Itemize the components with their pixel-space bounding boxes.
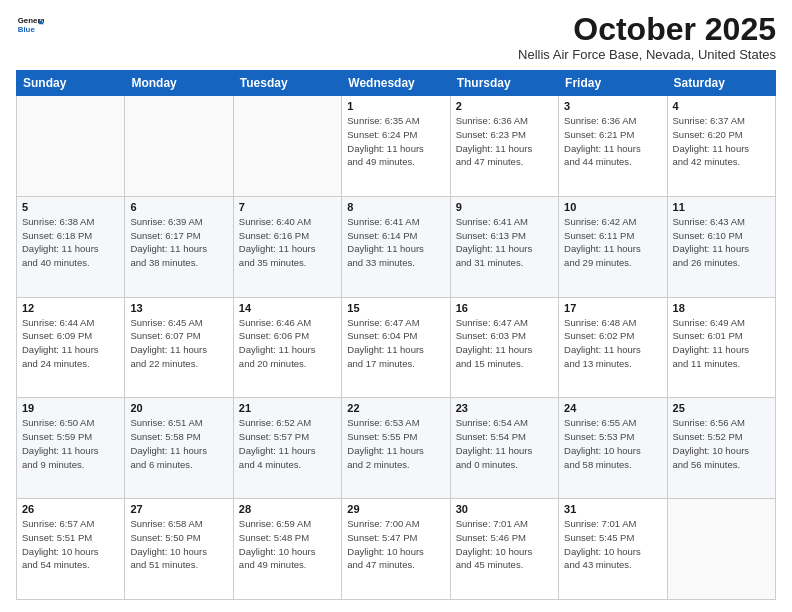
day-number: 3 bbox=[564, 100, 661, 112]
table-row: 25Sunrise: 6:56 AM Sunset: 5:52 PM Dayli… bbox=[667, 398, 775, 499]
day-number: 14 bbox=[239, 302, 336, 314]
day-info: Sunrise: 6:46 AM Sunset: 6:06 PM Dayligh… bbox=[239, 316, 336, 371]
day-number: 2 bbox=[456, 100, 553, 112]
calendar-header-row: Sunday Monday Tuesday Wednesday Thursday… bbox=[17, 71, 776, 96]
day-number: 24 bbox=[564, 402, 661, 414]
day-number: 16 bbox=[456, 302, 553, 314]
day-number: 26 bbox=[22, 503, 119, 515]
table-row: 20Sunrise: 6:51 AM Sunset: 5:58 PM Dayli… bbox=[125, 398, 233, 499]
table-row: 18Sunrise: 6:49 AM Sunset: 6:01 PM Dayli… bbox=[667, 297, 775, 398]
day-info: Sunrise: 6:38 AM Sunset: 6:18 PM Dayligh… bbox=[22, 215, 119, 270]
day-info: Sunrise: 7:01 AM Sunset: 5:45 PM Dayligh… bbox=[564, 517, 661, 572]
week-row-4: 26Sunrise: 6:57 AM Sunset: 5:51 PM Dayli… bbox=[17, 499, 776, 600]
table-row bbox=[17, 96, 125, 197]
table-row bbox=[233, 96, 341, 197]
week-row-3: 19Sunrise: 6:50 AM Sunset: 5:59 PM Dayli… bbox=[17, 398, 776, 499]
header-saturday: Saturday bbox=[667, 71, 775, 96]
day-number: 9 bbox=[456, 201, 553, 213]
table-row: 24Sunrise: 6:55 AM Sunset: 5:53 PM Dayli… bbox=[559, 398, 667, 499]
table-row: 9Sunrise: 6:41 AM Sunset: 6:13 PM Daylig… bbox=[450, 196, 558, 297]
day-number: 21 bbox=[239, 402, 336, 414]
day-info: Sunrise: 6:42 AM Sunset: 6:11 PM Dayligh… bbox=[564, 215, 661, 270]
header: General Blue October 2025 Nellis Air For… bbox=[16, 12, 776, 62]
table-row: 27Sunrise: 6:58 AM Sunset: 5:50 PM Dayli… bbox=[125, 499, 233, 600]
day-info: Sunrise: 6:37 AM Sunset: 6:20 PM Dayligh… bbox=[673, 114, 770, 169]
table-row: 31Sunrise: 7:01 AM Sunset: 5:45 PM Dayli… bbox=[559, 499, 667, 600]
day-info: Sunrise: 6:51 AM Sunset: 5:58 PM Dayligh… bbox=[130, 416, 227, 471]
day-info: Sunrise: 6:47 AM Sunset: 6:03 PM Dayligh… bbox=[456, 316, 553, 371]
day-number: 31 bbox=[564, 503, 661, 515]
table-row: 13Sunrise: 6:45 AM Sunset: 6:07 PM Dayli… bbox=[125, 297, 233, 398]
day-number: 4 bbox=[673, 100, 770, 112]
day-number: 10 bbox=[564, 201, 661, 213]
header-tuesday: Tuesday bbox=[233, 71, 341, 96]
table-row: 26Sunrise: 6:57 AM Sunset: 5:51 PM Dayli… bbox=[17, 499, 125, 600]
header-monday: Monday bbox=[125, 71, 233, 96]
day-number: 8 bbox=[347, 201, 444, 213]
table-row bbox=[125, 96, 233, 197]
table-row: 2Sunrise: 6:36 AM Sunset: 6:23 PM Daylig… bbox=[450, 96, 558, 197]
day-info: Sunrise: 6:50 AM Sunset: 5:59 PM Dayligh… bbox=[22, 416, 119, 471]
day-info: Sunrise: 6:36 AM Sunset: 6:23 PM Dayligh… bbox=[456, 114, 553, 169]
header-thursday: Thursday bbox=[450, 71, 558, 96]
subtitle: Nellis Air Force Base, Nevada, United St… bbox=[518, 47, 776, 62]
day-info: Sunrise: 6:35 AM Sunset: 6:24 PM Dayligh… bbox=[347, 114, 444, 169]
week-row-2: 12Sunrise: 6:44 AM Sunset: 6:09 PM Dayli… bbox=[17, 297, 776, 398]
table-row: 1Sunrise: 6:35 AM Sunset: 6:24 PM Daylig… bbox=[342, 96, 450, 197]
header-friday: Friday bbox=[559, 71, 667, 96]
day-number: 18 bbox=[673, 302, 770, 314]
day-number: 22 bbox=[347, 402, 444, 414]
day-number: 29 bbox=[347, 503, 444, 515]
table-row: 23Sunrise: 6:54 AM Sunset: 5:54 PM Dayli… bbox=[450, 398, 558, 499]
day-info: Sunrise: 6:41 AM Sunset: 6:13 PM Dayligh… bbox=[456, 215, 553, 270]
day-number: 20 bbox=[130, 402, 227, 414]
table-row: 8Sunrise: 6:41 AM Sunset: 6:14 PM Daylig… bbox=[342, 196, 450, 297]
table-row: 17Sunrise: 6:48 AM Sunset: 6:02 PM Dayli… bbox=[559, 297, 667, 398]
table-row: 7Sunrise: 6:40 AM Sunset: 6:16 PM Daylig… bbox=[233, 196, 341, 297]
day-info: Sunrise: 6:57 AM Sunset: 5:51 PM Dayligh… bbox=[22, 517, 119, 572]
day-info: Sunrise: 6:56 AM Sunset: 5:52 PM Dayligh… bbox=[673, 416, 770, 471]
day-info: Sunrise: 7:00 AM Sunset: 5:47 PM Dayligh… bbox=[347, 517, 444, 572]
table-row: 3Sunrise: 6:36 AM Sunset: 6:21 PM Daylig… bbox=[559, 96, 667, 197]
day-info: Sunrise: 6:58 AM Sunset: 5:50 PM Dayligh… bbox=[130, 517, 227, 572]
table-row: 4Sunrise: 6:37 AM Sunset: 6:20 PM Daylig… bbox=[667, 96, 775, 197]
day-number: 13 bbox=[130, 302, 227, 314]
day-number: 11 bbox=[673, 201, 770, 213]
table-row: 14Sunrise: 6:46 AM Sunset: 6:06 PM Dayli… bbox=[233, 297, 341, 398]
day-number: 25 bbox=[673, 402, 770, 414]
day-info: Sunrise: 6:53 AM Sunset: 5:55 PM Dayligh… bbox=[347, 416, 444, 471]
day-number: 28 bbox=[239, 503, 336, 515]
table-row: 29Sunrise: 7:00 AM Sunset: 5:47 PM Dayli… bbox=[342, 499, 450, 600]
day-info: Sunrise: 6:40 AM Sunset: 6:16 PM Dayligh… bbox=[239, 215, 336, 270]
table-row: 5Sunrise: 6:38 AM Sunset: 6:18 PM Daylig… bbox=[17, 196, 125, 297]
day-number: 17 bbox=[564, 302, 661, 314]
logo-icon: General Blue bbox=[16, 12, 44, 40]
day-info: Sunrise: 6:43 AM Sunset: 6:10 PM Dayligh… bbox=[673, 215, 770, 270]
table-row bbox=[667, 499, 775, 600]
table-row: 19Sunrise: 6:50 AM Sunset: 5:59 PM Dayli… bbox=[17, 398, 125, 499]
day-number: 19 bbox=[22, 402, 119, 414]
day-info: Sunrise: 6:48 AM Sunset: 6:02 PM Dayligh… bbox=[564, 316, 661, 371]
calendar: Sunday Monday Tuesday Wednesday Thursday… bbox=[16, 70, 776, 600]
table-row: 12Sunrise: 6:44 AM Sunset: 6:09 PM Dayli… bbox=[17, 297, 125, 398]
table-row: 15Sunrise: 6:47 AM Sunset: 6:04 PM Dayli… bbox=[342, 297, 450, 398]
table-row: 10Sunrise: 6:42 AM Sunset: 6:11 PM Dayli… bbox=[559, 196, 667, 297]
table-row: 28Sunrise: 6:59 AM Sunset: 5:48 PM Dayli… bbox=[233, 499, 341, 600]
header-wednesday: Wednesday bbox=[342, 71, 450, 96]
day-number: 15 bbox=[347, 302, 444, 314]
day-info: Sunrise: 6:41 AM Sunset: 6:14 PM Dayligh… bbox=[347, 215, 444, 270]
table-row: 6Sunrise: 6:39 AM Sunset: 6:17 PM Daylig… bbox=[125, 196, 233, 297]
day-number: 1 bbox=[347, 100, 444, 112]
day-info: Sunrise: 6:54 AM Sunset: 5:54 PM Dayligh… bbox=[456, 416, 553, 471]
page: General Blue October 2025 Nellis Air For… bbox=[0, 0, 792, 612]
day-info: Sunrise: 6:39 AM Sunset: 6:17 PM Dayligh… bbox=[130, 215, 227, 270]
day-info: Sunrise: 6:45 AM Sunset: 6:07 PM Dayligh… bbox=[130, 316, 227, 371]
table-row: 30Sunrise: 7:01 AM Sunset: 5:46 PM Dayli… bbox=[450, 499, 558, 600]
logo: General Blue bbox=[16, 12, 44, 40]
title-block: October 2025 Nellis Air Force Base, Neva… bbox=[518, 12, 776, 62]
day-number: 6 bbox=[130, 201, 227, 213]
day-info: Sunrise: 6:36 AM Sunset: 6:21 PM Dayligh… bbox=[564, 114, 661, 169]
day-number: 12 bbox=[22, 302, 119, 314]
day-info: Sunrise: 6:59 AM Sunset: 5:48 PM Dayligh… bbox=[239, 517, 336, 572]
table-row: 22Sunrise: 6:53 AM Sunset: 5:55 PM Dayli… bbox=[342, 398, 450, 499]
